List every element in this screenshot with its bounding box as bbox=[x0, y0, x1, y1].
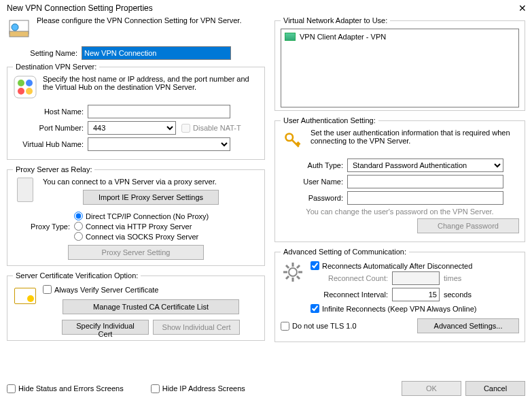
proxy-direct-label: Direct TCP/IP Connection (No Proxy) bbox=[86, 212, 209, 220]
proxy-desc: You can connect to a VPN Server via a pr… bbox=[43, 178, 259, 186]
window-title: New VPN Connection Setting Properties bbox=[7, 3, 153, 13]
show-cert-button: Show Individual Cert bbox=[153, 320, 240, 335]
hub-name-select[interactable] bbox=[88, 137, 230, 151]
destination-desc: Specify the host name or IP address, and… bbox=[43, 75, 259, 91]
infinite-reconnect-checkbox[interactable] bbox=[311, 304, 319, 313]
proxy-group: Proxy Server as Relay: You can connect t… bbox=[7, 165, 265, 266]
user-name-input[interactable] bbox=[347, 175, 503, 188]
disable-nat-label: Disable NAT-T bbox=[193, 124, 241, 132]
reconnect-auto-label: Reconnects Automatically After Disconnec… bbox=[322, 262, 472, 270]
host-name-label: Host Name: bbox=[13, 107, 88, 116]
always-verify-checkbox[interactable] bbox=[43, 285, 52, 294]
svg-point-5 bbox=[26, 80, 33, 86]
svg-line-17 bbox=[297, 265, 300, 268]
proxy-direct-radio[interactable] bbox=[74, 212, 83, 220]
destination-group: Destination VPN Server: Specify the host… bbox=[7, 63, 265, 160]
proxy-http-radio[interactable] bbox=[74, 222, 83, 231]
proxy-socks-label: Connect via SOCKS Proxy Server bbox=[86, 233, 198, 241]
proxy-server-icon bbox=[13, 178, 37, 202]
host-name-input[interactable] bbox=[88, 105, 230, 118]
proxy-settings-button: Proxy Server Setting bbox=[68, 245, 204, 260]
adapter-icon bbox=[285, 33, 296, 41]
auth-type-select[interactable]: Standard Password Authentication bbox=[347, 159, 503, 172]
no-tls-label: Do not use TLS 1.0 bbox=[292, 322, 357, 330]
svg-line-15 bbox=[297, 276, 300, 279]
adapter-legend: Virtual Network Adapter to Use: bbox=[281, 16, 390, 24]
cert-legend: Server Certificate Verification Option: bbox=[13, 271, 141, 280]
password-note: You can change the user's password on th… bbox=[281, 207, 519, 216]
adapter-group: Virtual Network Adapter to Use: VPN Clie… bbox=[274, 16, 525, 111]
adapter-item[interactable]: VPN Client Adapter - VPN bbox=[284, 32, 516, 41]
svg-point-7 bbox=[26, 88, 33, 95]
ok-button: OK bbox=[402, 381, 461, 396]
reconnect-count-label: Reconnect Count: bbox=[311, 274, 392, 282]
proxy-http-label: Connect via HTTP Proxy Server bbox=[86, 222, 192, 231]
disable-nat-checkbox bbox=[181, 124, 190, 133]
port-number-select[interactable]: 443 bbox=[88, 121, 176, 135]
hide-ip-label: Hide IP Address Screens bbox=[162, 384, 245, 393]
close-icon[interactable]: ✕ bbox=[518, 3, 527, 14]
server-icon bbox=[13, 75, 37, 99]
adapter-listbox[interactable]: VPN Client Adapter - VPN bbox=[281, 29, 519, 107]
reconnect-interval-input[interactable] bbox=[392, 288, 440, 301]
password-input[interactable] bbox=[347, 191, 503, 205]
destination-legend: Destination VPN Server: bbox=[13, 63, 99, 71]
adapter-item-label: VPN Client Adapter - VPN bbox=[300, 33, 386, 41]
certificate-icon bbox=[13, 284, 37, 308]
hide-status-label: Hide Status and Errors Screens bbox=[18, 384, 124, 393]
manage-ca-button[interactable]: Manage Trusted CA Certificate List bbox=[63, 299, 239, 314]
svg-line-16 bbox=[286, 276, 289, 279]
reconnect-interval-unit: seconds bbox=[444, 290, 472, 299]
advanced-settings-button[interactable]: Advanced Settings... bbox=[417, 318, 519, 333]
hide-status-checkbox[interactable] bbox=[7, 384, 16, 393]
change-password-button: Change Password bbox=[417, 218, 519, 233]
reconnect-count-input bbox=[392, 271, 440, 285]
intro-text: Please configure the VPN Connection Sett… bbox=[37, 16, 241, 24]
svg-line-14 bbox=[286, 265, 289, 268]
svg-rect-1 bbox=[10, 31, 29, 37]
setting-name-input[interactable] bbox=[82, 46, 231, 60]
no-tls-checkbox[interactable] bbox=[281, 322, 289, 331]
cert-group: Server Certificate Verification Option: … bbox=[7, 271, 265, 341]
advanced-legend: Advanced Setting of Communication: bbox=[281, 248, 409, 256]
port-number-label: Port Number: bbox=[13, 124, 88, 132]
key-icon bbox=[281, 129, 305, 153]
svg-point-6 bbox=[18, 88, 24, 95]
svg-point-2 bbox=[12, 24, 18, 31]
infinite-reconnect-label: Infinite Reconnects (Keep VPN Always Onl… bbox=[322, 305, 476, 313]
auth-legend: User Authentication Setting: bbox=[281, 116, 378, 124]
proxy-type-label: Proxy Type: bbox=[13, 222, 74, 231]
auth-type-label: Auth Type: bbox=[281, 161, 347, 169]
always-verify-label: Always Verify Server Certificate bbox=[54, 286, 158, 294]
svg-rect-3 bbox=[14, 76, 36, 98]
proxy-legend: Proxy Server as Relay: bbox=[13, 165, 94, 173]
vpn-icon bbox=[7, 16, 31, 41]
reconnect-auto-checkbox[interactable] bbox=[311, 261, 319, 270]
hide-ip-checkbox[interactable] bbox=[151, 384, 160, 393]
user-name-label: User Name: bbox=[281, 178, 347, 186]
proxy-socks-radio[interactable] bbox=[74, 232, 83, 241]
reconnect-interval-label: Reconnect Interval: bbox=[311, 290, 392, 299]
cancel-button[interactable]: Cancel bbox=[465, 381, 525, 396]
password-label: Password: bbox=[281, 194, 347, 202]
specify-cert-button[interactable]: Specify Individual Cert bbox=[62, 320, 149, 335]
auth-desc: Set the user authentication information … bbox=[311, 129, 519, 145]
reconnect-count-unit: times bbox=[444, 274, 461, 282]
svg-point-4 bbox=[18, 80, 24, 86]
import-ie-proxy-button[interactable]: Import IE Proxy Server Settings bbox=[83, 190, 219, 205]
svg-point-9 bbox=[289, 268, 297, 276]
setting-name-label: Setting Name: bbox=[7, 49, 82, 57]
advanced-group: Advanced Setting of Communication: Recon… bbox=[274, 248, 525, 342]
auth-group: User Authentication Setting: Set the use… bbox=[274, 116, 525, 242]
hub-name-label: Virtual Hub Name: bbox=[13, 140, 88, 148]
gear-icon bbox=[281, 260, 305, 284]
